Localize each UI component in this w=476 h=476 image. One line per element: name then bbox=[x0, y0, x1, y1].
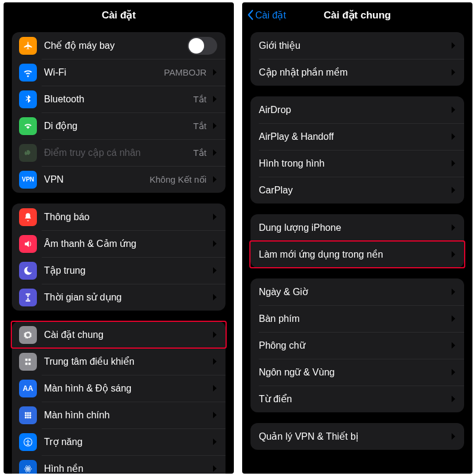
row-label: CarPlay bbox=[259, 185, 445, 196]
general-list[interactable]: Giới thiệu Cập nhật phần mềm AirDrop Air… bbox=[242, 27, 472, 474]
wifi-icon bbox=[19, 64, 37, 82]
storage-group: Dung lượng iPhone Làm mới ứng dụng trong… bbox=[250, 214, 464, 268]
chevron-left-icon bbox=[247, 10, 253, 20]
row-display[interactable]: AA Màn hình & Độ sáng bbox=[12, 375, 226, 402]
chevron-right-icon bbox=[451, 395, 456, 403]
control-center-icon bbox=[19, 353, 37, 371]
svg-rect-0 bbox=[25, 412, 27, 414]
row-focus[interactable]: Tập trung bbox=[12, 257, 226, 284]
row-about[interactable]: Giới thiệu bbox=[250, 32, 464, 59]
chevron-right-icon bbox=[212, 68, 217, 76]
row-value: Tắt bbox=[193, 121, 206, 131]
chevron-right-icon bbox=[451, 288, 456, 296]
chevron-right-icon bbox=[212, 293, 217, 301]
row-label: Âm thanh & Cảm ứng bbox=[44, 238, 206, 249]
chevron-right-icon bbox=[212, 465, 217, 472]
row-fonts[interactable]: Phông chữ bbox=[250, 332, 464, 359]
row-vpn-devices[interactable]: Quản lý VPN & Thiết bị bbox=[250, 423, 464, 450]
row-hotspot[interactable]: Điểm truy cập cá nhân Tắt bbox=[12, 139, 226, 166]
chevron-right-icon bbox=[212, 438, 217, 446]
general-screen: Cài đặt Cài đặt chung Giới thiệu Cập nhậ… bbox=[242, 2, 472, 474]
row-vpn[interactable]: VPN VPN Không Kết nối bbox=[12, 166, 226, 193]
vpn-group: Quản lý VPN & Thiết bị bbox=[250, 423, 464, 450]
row-background-refresh[interactable]: Làm mới ứng dụng trong nền bbox=[250, 241, 464, 268]
row-dictionary[interactable]: Từ điển bbox=[250, 386, 464, 412]
row-carplay[interactable]: CarPlay bbox=[250, 177, 464, 203]
row-cellular[interactable]: Di động Tắt bbox=[12, 112, 226, 139]
row-control-center[interactable]: Trung tâm điều khiển bbox=[12, 348, 226, 375]
accessibility-icon bbox=[19, 433, 37, 451]
row-label: AirPlay & Handoff bbox=[259, 131, 445, 142]
svg-rect-2 bbox=[29, 412, 31, 414]
chevron-right-icon bbox=[212, 95, 217, 103]
svg-rect-1 bbox=[27, 412, 29, 414]
cellular-icon bbox=[19, 117, 37, 135]
row-wifi[interactable]: Wi-Fi PAMBOJR bbox=[12, 59, 226, 86]
airplane-toggle[interactable] bbox=[187, 37, 217, 55]
row-airdrop[interactable]: AirDrop bbox=[250, 96, 464, 123]
chevron-right-icon bbox=[212, 358, 217, 365]
row-value: PAMBOJR bbox=[164, 67, 206, 77]
row-label: Bàn phím bbox=[259, 314, 445, 324]
row-general[interactable]: Cài đặt chung bbox=[12, 321, 226, 348]
chevron-right-icon bbox=[451, 250, 456, 258]
row-bluetooth[interactable]: Bluetooth Tắt bbox=[12, 86, 226, 112]
back-button[interactable]: Cài đặt bbox=[247, 10, 286, 21]
system-group: Cài đặt chung Trung tâm điều khiển AA Mà… bbox=[12, 321, 226, 474]
row-accessibility[interactable]: Trợ năng bbox=[12, 428, 226, 455]
back-label: Cài đặt bbox=[255, 10, 286, 21]
row-sounds[interactable]: Âm thanh & Cảm ứng bbox=[12, 230, 226, 257]
chevron-right-icon bbox=[451, 433, 456, 440]
svg-rect-8 bbox=[29, 416, 31, 418]
chevron-right-icon bbox=[212, 122, 217, 130]
row-datetime[interactable]: Ngày & Giờ bbox=[250, 278, 464, 305]
svg-point-11 bbox=[27, 468, 29, 469]
row-label: Ngày & Giờ bbox=[259, 286, 445, 298]
settings-screen: Cài đặt Chế độ máy bay Wi-Fi PAMBOJR bbox=[4, 2, 234, 474]
row-storage[interactable]: Dung lượng iPhone bbox=[250, 214, 464, 241]
nav-bar: Cài đặt Cài đặt chung bbox=[242, 2, 472, 27]
page-title: Cài đặt chung bbox=[324, 9, 391, 21]
display-icon: AA bbox=[19, 380, 37, 397]
row-homescreen[interactable]: Màn hình chính bbox=[12, 402, 226, 428]
chevron-right-icon bbox=[451, 106, 456, 114]
row-label: Từ điển bbox=[259, 393, 445, 405]
row-software-update[interactable]: Cập nhật phần mềm bbox=[250, 59, 464, 86]
row-label: VPN bbox=[44, 174, 146, 185]
sounds-icon bbox=[19, 235, 37, 253]
row-airplay[interactable]: AirPlay & Handoff bbox=[250, 123, 464, 150]
row-screentime[interactable]: Thời gian sử dụng bbox=[12, 284, 226, 311]
focus-icon bbox=[19, 262, 37, 280]
air-group: AirDrop AirPlay & Handoff Hình trong hìn… bbox=[250, 96, 464, 203]
notifications-icon bbox=[19, 208, 37, 226]
chevron-right-icon bbox=[212, 240, 217, 248]
row-label: Trợ năng bbox=[44, 436, 206, 447]
row-notifications[interactable]: Thông báo bbox=[12, 203, 226, 230]
locale-group: Ngày & Giờ Bàn phím Phông chữ Ngôn ngữ &… bbox=[250, 278, 464, 412]
home-screen-icon bbox=[19, 406, 37, 424]
row-label: Quản lý VPN & Thiết bị bbox=[259, 431, 445, 442]
chevron-right-icon bbox=[451, 368, 456, 376]
row-label: Cài đặt chung bbox=[44, 329, 206, 340]
row-label: Chế độ máy bay bbox=[44, 40, 187, 51]
row-label: Dung lượng iPhone bbox=[259, 222, 445, 233]
row-label: Trung tâm điều khiển bbox=[44, 356, 206, 367]
row-label: Làm mới ứng dụng trong nền bbox=[259, 249, 445, 260]
row-value: Tắt bbox=[193, 94, 206, 105]
row-wallpaper[interactable]: Hình nền bbox=[12, 455, 226, 474]
row-airplane-mode[interactable]: Chế độ máy bay bbox=[12, 32, 226, 59]
svg-rect-3 bbox=[25, 414, 27, 416]
settings-list[interactable]: Chế độ máy bay Wi-Fi PAMBOJR Bluetooth T… bbox=[4, 27, 234, 474]
row-label: Wi-Fi bbox=[44, 67, 161, 78]
row-pip[interactable]: Hình trong hình bbox=[250, 150, 464, 177]
chevron-right-icon bbox=[451, 133, 456, 140]
svg-point-10 bbox=[27, 439, 29, 440]
row-label: Phông chữ bbox=[259, 340, 445, 351]
hotspot-icon bbox=[19, 144, 37, 162]
row-keyboard[interactable]: Bàn phím bbox=[250, 305, 464, 332]
chevron-right-icon bbox=[212, 176, 217, 183]
chevron-right-icon bbox=[451, 186, 456, 194]
svg-rect-7 bbox=[27, 416, 29, 418]
row-label: Bluetooth bbox=[44, 94, 190, 105]
row-language[interactable]: Ngôn ngữ & Vùng bbox=[250, 359, 464, 386]
